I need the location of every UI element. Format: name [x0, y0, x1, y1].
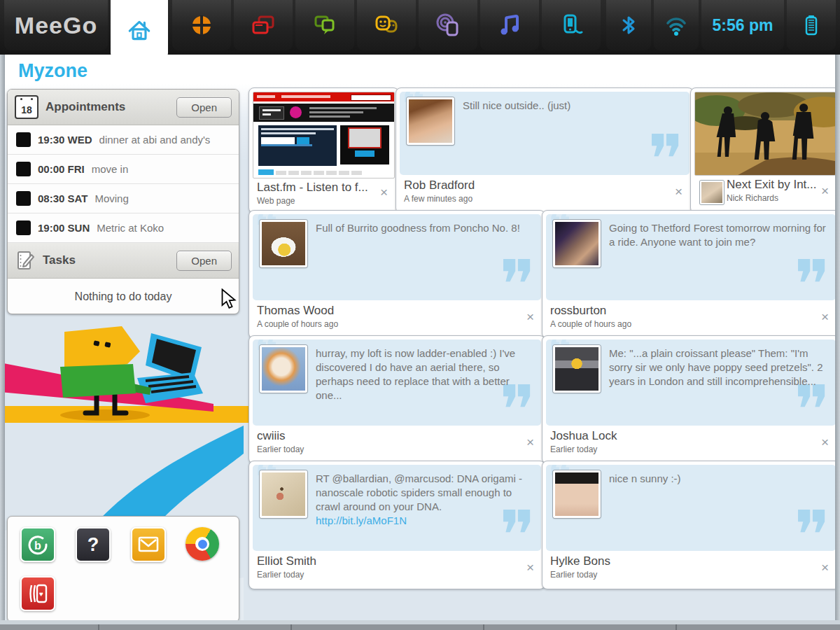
- appointment-checkbox[interactable]: [16, 162, 31, 176]
- appointments-open-button[interactable]: Open: [176, 97, 232, 118]
- tab-myzone[interactable]: [111, 0, 168, 60]
- close-icon[interactable]: ×: [526, 310, 534, 323]
- status-footer: Joshua Lock Earlier today ×: [546, 426, 836, 460]
- status-footer: rossburton A couple of hours ago ×: [546, 300, 836, 335]
- status-card[interactable]: ❝ hurray, my loft is now ladder-enabled …: [248, 335, 545, 464]
- close-icon[interactable]: ×: [821, 310, 829, 323]
- meego-logo: MeeGo: [15, 12, 97, 39]
- close-icon[interactable]: ×: [821, 435, 829, 449]
- status-footer: Rob Bradford A few minutes ago ×: [400, 175, 690, 209]
- status-card[interactable]: ❝ nice n sunny :-) ❞ Hylke Bons Earlier …: [542, 461, 840, 589]
- calendar-icon: 18: [15, 95, 38, 119]
- status-message: RT @ballardian, @marcusod: DNA origami -…: [316, 470, 534, 528]
- status-bubble: ❝ Full of Burrito goodness from Poncho N…: [253, 214, 541, 300]
- close-quote-icon: ❞: [794, 502, 830, 551]
- appointment-row[interactable]: 19:30 WED dinner at abi and andy's: [8, 125, 239, 155]
- battery-indicator[interactable]: [787, 0, 836, 50]
- author-name: Joshua Lock: [550, 429, 832, 443]
- appointment-time: 19:00: [38, 222, 64, 234]
- status-bubble: ❝ RT @ballardian, @marcusod: DNA origami…: [253, 465, 541, 551]
- shortcut-games[interactable]: ♥: [20, 576, 55, 611]
- avatar: [553, 470, 601, 518]
- appointment-time: 19:30: [38, 134, 64, 146]
- shortcut-chrome[interactable]: [186, 527, 219, 561]
- wifi-indicator[interactable]: [654, 0, 699, 50]
- chrome-icon: [195, 537, 209, 551]
- close-icon[interactable]: ×: [526, 435, 534, 449]
- appointment-text: dinner at abi and andy's: [99, 134, 211, 146]
- appointment-text: Metric at Koko: [97, 222, 164, 234]
- avatar: [700, 181, 724, 204]
- status-link[interactable]: http://bit.ly/aMoF1N: [316, 514, 407, 526]
- tab-zones[interactable]: [234, 0, 293, 50]
- tab-internet[interactable]: [419, 0, 477, 50]
- author-name: Hylke Bons: [550, 554, 832, 568]
- tasks-title: Tasks: [43, 253, 169, 267]
- tasks-header: Tasks Open: [8, 243, 239, 279]
- avatar: [553, 220, 601, 267]
- agenda-panel: 18 Appointments Open 19:30 WED dinner at…: [7, 89, 239, 314]
- appointment-checkbox[interactable]: [16, 132, 31, 147]
- window-scrollbar-edge[interactable]: [835, 55, 840, 624]
- media-title: Next Exit by Int...: [727, 178, 832, 192]
- status-card[interactable]: ❝ Full of Burrito goodness from Poncho N…: [248, 210, 545, 339]
- author-name: Thomas Wood: [257, 304, 537, 318]
- timestamp: Earlier today: [257, 570, 537, 580]
- appointment-row[interactable]: 08:30 SAT Moving: [8, 184, 239, 214]
- media-card[interactable]: Next Exit by Int... Nick Richards ×: [690, 88, 840, 214]
- timestamp: A few minutes ago: [404, 194, 685, 204]
- calendar-day: 18: [21, 104, 32, 118]
- shortcut-help[interactable]: ?: [76, 527, 111, 562]
- appointments-header: 18 Appointments Open: [8, 90, 239, 125]
- close-icon[interactable]: ×: [675, 185, 682, 198]
- question-mark-icon: ?: [88, 534, 99, 556]
- clock-time: 5:56 pm: [713, 16, 774, 35]
- status-message: Full of Burrito goodness from Poncho No.…: [316, 220, 520, 235]
- close-quote-icon: ❞: [794, 251, 830, 300]
- tab-applications[interactable]: [172, 0, 231, 50]
- status-card[interactable]: ❝ Still nice outside.. (just) ❞ Rob Brad…: [396, 88, 694, 214]
- status-footer: cwiiis Earlier today ×: [253, 426, 541, 460]
- tab-status[interactable]: [295, 0, 354, 50]
- clock[interactable]: 5:56 pm: [701, 0, 784, 50]
- status-message: Me: "...a plain croissant please" Them: …: [609, 345, 829, 388]
- appointment-row[interactable]: 19:00 SUN Metric at Koko: [8, 214, 239, 243]
- webpage-type-label: Web page: [257, 196, 391, 206]
- shortcut-banshee[interactable]: b: [20, 527, 55, 562]
- avatar: [553, 345, 601, 393]
- tab-people[interactable]: [357, 0, 416, 50]
- appointment-checkbox[interactable]: [16, 191, 31, 206]
- people-icon: [373, 13, 400, 38]
- meego-logo-tile: MeeGo: [4, 0, 108, 50]
- tab-media[interactable]: [480, 0, 539, 50]
- cards-heart-icon: ♥: [26, 581, 50, 606]
- status-card[interactable]: ❝ Me: "...a plain croissant please" Them…: [542, 335, 840, 464]
- appointment-checkbox[interactable]: [16, 220, 31, 235]
- banshee-icon: b: [26, 533, 50, 556]
- appointment-day: FRI: [68, 163, 85, 175]
- status-message: Still nice outside.. (just): [463, 97, 570, 113]
- svg-text:♥: ♥: [39, 590, 43, 598]
- timestamp: Earlier today: [550, 570, 832, 580]
- tasks-open-button[interactable]: Open: [176, 251, 232, 271]
- shortcut-email[interactable]: [131, 527, 166, 562]
- status-card[interactable]: ❝ RT @ballardian, @marcusod: DNA origami…: [248, 461, 545, 589]
- status-bubble: ❝ Going to Thetford Forest tomorrow morn…: [546, 214, 836, 300]
- battery-icon: [801, 13, 822, 38]
- tasks-clipboard-icon: [15, 250, 36, 271]
- svg-text:b: b: [34, 540, 41, 552]
- webpage-card[interactable]: Last.fm - Listen to f... Web page ×: [248, 88, 399, 214]
- author-name: cwiiis: [257, 429, 537, 443]
- appointment-row[interactable]: 00:00 FRI move in: [8, 155, 239, 184]
- status-card[interactable]: ❝ Going to Thetford Forest tomorrow morn…: [542, 210, 840, 339]
- music-note-icon: [496, 12, 523, 38]
- close-icon[interactable]: ×: [821, 561, 829, 574]
- media-thumbnail: [694, 92, 836, 176]
- webpage-card-footer: Last.fm - Listen to f... Web page ×: [253, 178, 395, 209]
- close-icon[interactable]: ×: [526, 561, 534, 574]
- bluetooth-indicator[interactable]: [606, 0, 651, 50]
- close-icon[interactable]: ×: [821, 184, 829, 197]
- close-icon[interactable]: ×: [380, 186, 388, 199]
- tab-devices[interactable]: [542, 0, 601, 50]
- appointment-time: 08:30: [38, 192, 64, 204]
